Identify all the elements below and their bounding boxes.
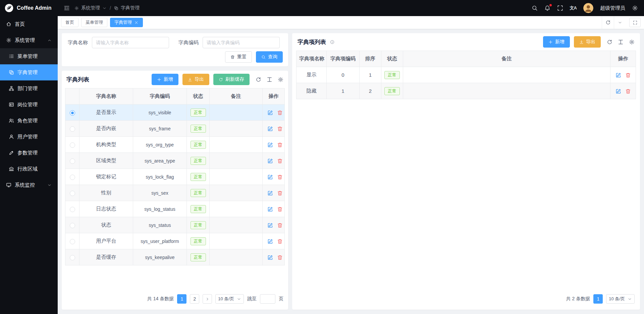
sidebar-item-post-mgmt[interactable]: 岗位管理 — [0, 97, 58, 113]
row-height-icon[interactable] — [618, 39, 624, 45]
refresh-icon[interactable] — [607, 39, 612, 45]
tab-home[interactable]: 首页 — [61, 18, 78, 27]
dict-name-cell: 是否缓存 — [79, 249, 133, 265]
sidebar-item-menu-mgmt[interactable]: 菜单管理 — [0, 48, 58, 64]
settings-gear-icon[interactable] — [632, 5, 638, 11]
delete-icon[interactable] — [277, 206, 283, 212]
delete-icon[interactable] — [277, 158, 283, 164]
edit-icon[interactable] — [267, 206, 273, 212]
reset-button[interactable]: 重置 — [225, 51, 252, 63]
edit-icon[interactable] — [267, 255, 273, 260]
column-settings-gear-icon[interactable] — [278, 77, 283, 82]
delete-icon[interactable] — [277, 255, 283, 260]
delete-icon[interactable] — [625, 88, 631, 94]
delete-icon[interactable] — [277, 223, 283, 228]
delete-icon[interactable] — [625, 72, 631, 78]
refresh-icon[interactable] — [256, 77, 261, 82]
table-row[interactable]: 隐藏 1 2 正常 — [297, 83, 636, 99]
refresh-cache-button[interactable]: 刷新缓存 — [213, 74, 250, 85]
edit-icon[interactable] — [615, 72, 621, 78]
row-radio[interactable] — [70, 239, 75, 244]
edit-icon[interactable] — [267, 174, 273, 180]
row-radio[interactable] — [70, 207, 75, 212]
avatar[interactable] — [583, 3, 593, 13]
page-button-2[interactable]: 2 — [190, 294, 199, 304]
edit-icon[interactable] — [615, 88, 621, 94]
delete-icon[interactable] — [277, 110, 283, 116]
notifications-button[interactable] — [544, 5, 550, 11]
add-item-button[interactable]: 新增 — [543, 36, 570, 48]
sidebar-collapse-icon[interactable] — [64, 5, 70, 11]
sidebar-item-user-mgmt[interactable]: 用户管理 — [0, 129, 58, 145]
query-button[interactable]: 查询 — [256, 51, 283, 63]
export-items-button[interactable]: 导出 — [574, 36, 601, 48]
edit-icon[interactable] — [267, 126, 273, 132]
table-row[interactable]: 用户平台 sys_user_platform 正常 — [65, 233, 285, 249]
add-button[interactable]: 新增 — [152, 74, 178, 85]
edit-icon[interactable] — [267, 239, 273, 244]
tab-dict-mgmt[interactable]: 字典管理 — [110, 18, 143, 27]
row-radio[interactable] — [70, 191, 75, 196]
row-radio[interactable] — [70, 110, 75, 116]
edit-icon[interactable] — [267, 110, 273, 116]
page-button-1[interactable]: 1 — [177, 294, 186, 304]
sidebar-item-role-mgmt[interactable]: 角色管理 — [0, 113, 58, 129]
delete-icon[interactable] — [277, 239, 283, 244]
edit-icon[interactable] — [267, 223, 273, 228]
delete-icon[interactable] — [277, 190, 283, 196]
tab-menu-mgmt[interactable]: 菜单管理 — [81, 18, 107, 27]
sidebar-item-monitor[interactable]: 系统监控 — [0, 177, 58, 193]
row-radio[interactable] — [70, 126, 75, 132]
dict-name-input[interactable] — [92, 37, 169, 48]
row-radio[interactable] — [70, 255, 75, 260]
edit-icon[interactable] — [267, 158, 273, 164]
tabs-refresh-button[interactable] — [602, 16, 614, 29]
table-row[interactable]: 状态 sys_status 正常 — [65, 217, 285, 233]
table-row[interactable]: 日志状态 sys_log_status 正常 — [65, 201, 285, 217]
delete-icon[interactable] — [277, 142, 283, 148]
fullscreen-icon[interactable] — [557, 5, 563, 11]
column-settings-gear-icon[interactable] — [629, 39, 635, 45]
row-height-icon[interactable] — [267, 77, 272, 82]
delete-icon[interactable] — [277, 174, 283, 180]
table-row[interactable]: 性别 sys_sex 正常 — [65, 185, 285, 201]
delete-icon[interactable] — [277, 126, 283, 132]
table-row[interactable]: 机构类型 sys_org_type 正常 — [65, 137, 285, 153]
sidebar-item-home[interactable]: 首页 — [0, 16, 58, 32]
edit-icon[interactable] — [267, 190, 273, 196]
sidebar-item-dept-mgmt[interactable]: 部门管理 — [0, 80, 58, 97]
table-row[interactable]: 是否缓存 sys_keepalive 正常 — [65, 249, 285, 265]
table-row[interactable]: 是否内嵌 sys_frame 正常 — [65, 121, 285, 137]
row-radio[interactable] — [70, 175, 75, 180]
row-radio[interactable] — [70, 159, 75, 164]
breadcrumb-item-dict[interactable]: 字典管理 — [121, 5, 140, 11]
page-button-1[interactable]: 1 — [593, 294, 603, 304]
bank-icon — [9, 166, 14, 172]
dict-code-input[interactable] — [203, 37, 280, 48]
table-row[interactable]: 锁定标记 sys_lock_flag 正常 — [65, 169, 285, 185]
export-button[interactable]: 导出 — [182, 74, 209, 85]
sidebar-item-system[interactable]: 系统管理 — [0, 32, 58, 48]
tabs-more-button[interactable] — [614, 16, 626, 29]
sidebar-item-region-mgmt[interactable]: 行政区域 — [0, 161, 58, 177]
close-icon[interactable] — [134, 20, 139, 25]
page-size-select[interactable]: 10 条/页 — [606, 294, 635, 304]
sidebar-item-dict-mgmt[interactable]: 字典管理 — [0, 64, 58, 80]
table-row[interactable]: 显示 0 1 正常 — [297, 67, 636, 83]
next-page-button[interactable] — [203, 294, 212, 304]
content-fullscreen-button[interactable] — [629, 18, 641, 27]
row-radio[interactable] — [70, 223, 75, 228]
language-icon[interactable]: 文A — [570, 5, 577, 11]
item-code-cell: 1 — [327, 83, 360, 99]
username-label[interactable]: 超级管理员 — [600, 5, 625, 11]
sidebar-item-param-mgmt[interactable]: 参数管理 — [0, 145, 58, 161]
breadcrumb-item-system[interactable]: 系统管理 — [81, 5, 100, 11]
table-row[interactable]: 区域类型 sys_area_type 正常 — [65, 153, 285, 169]
table-row[interactable]: 是否显示 sys_visible 正常 — [65, 105, 285, 121]
jump-page-input[interactable] — [260, 294, 275, 304]
row-radio[interactable] — [70, 142, 75, 148]
page-size-select[interactable]: 10 条/页 — [215, 294, 244, 304]
search-form-row: 字典名称 字典编码 — [67, 37, 283, 48]
search-icon[interactable] — [532, 5, 538, 11]
edit-icon[interactable] — [267, 142, 273, 148]
